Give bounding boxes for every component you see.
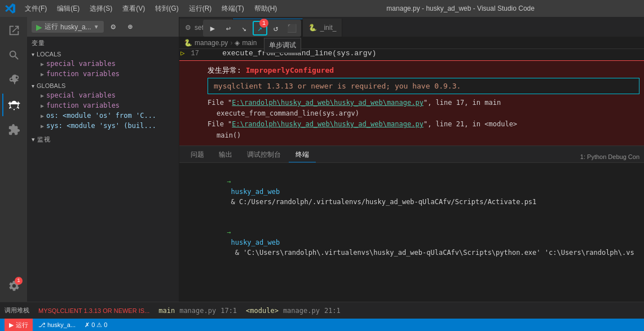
call-stack-bar: 调用堆栈 MYSQLCLIENT 1.3.13 OR NEWER IS... m… — [0, 302, 644, 319]
sidebar-item-label: function variables — [46, 101, 120, 109]
panel-tab-terminal[interactable]: 终端 — [289, 148, 316, 162]
sidebar-globals-group: ▾ Globals ▶ special variables ▶ function… — [27, 81, 179, 131]
run-label: 运行 — [45, 22, 58, 32]
title-bar-left: 文件(F) 编辑(E) 选择(S) 查看(V) 转到(G) 运行(R) 终端(T… — [5, 3, 281, 15]
status-debug[interactable]: ▶ 运行 — [5, 319, 33, 331]
breadcrumb: 🐍 manage.py › ◈ main — [179, 37, 644, 49]
activity-icon-extensions[interactable] — [2, 118, 25, 141]
traceback-line-2: File "E:\randolph\husky_ad_web\husky_ad_… — [208, 120, 517, 128]
arrow-icon: ▶ — [41, 92, 44, 99]
menu-run[interactable]: 运行(R) — [184, 3, 217, 15]
error-title: 发生异常: ImproperlyConfigured — [208, 65, 639, 76]
sidebar-item-os[interactable]: ▶ os: <module 'os' from 'C... — [27, 111, 179, 121]
traceback-line-1: File "E:\randolph\husky_ad_web\husky_ad_… — [208, 99, 501, 107]
menu-file[interactable]: 文件(F) — [20, 3, 51, 15]
settings-btn[interactable]: ⚙ — [106, 20, 121, 34]
git-branch-label: husky_a... — [47, 321, 76, 328]
menu-terminal[interactable]: 终端(T) — [217, 3, 248, 15]
error-message-box: mysqlclient 1.3.13 or newer is required;… — [208, 78, 639, 94]
traceback-link-1[interactable]: E:\randolph\husky_ad_web\husky_ad_web\ma… — [232, 99, 424, 107]
sidebar-item-sys[interactable]: ▶ sys: <module 'sys' (buil... — [27, 121, 179, 131]
breadcrumb-separator: › — [230, 39, 232, 47]
terminal-text-2: husky_ad_web — [227, 239, 280, 246]
menu-goto[interactable]: 转到(G) — [151, 3, 183, 15]
menu-select[interactable]: 选择(S) — [85, 3, 117, 15]
sidebar-locals-group: ▾ Locals ▶ special variables ▶ function … — [27, 50, 179, 79]
debug-step-over-btn[interactable]: ↩ — [221, 21, 236, 36]
sidebar-item-special-vars-globals[interactable]: ▶ special variables — [27, 90, 179, 100]
breadcrumb-icon: 🐍 — [184, 39, 192, 47]
editor-area: ▶ ↩ ↘ ↗ 1 ↺ ⬛ 单步调试 ⚙ settings.py 🐍 manag — [179, 17, 644, 302]
config-label: husky_a... — [60, 23, 91, 31]
settings-badge: 1 — [15, 277, 23, 285]
terminal-rest-2: & 'C:\Users\randolph\.virtualenvs\husky_… — [186, 249, 634, 258]
sidebar-locals-header[interactable]: ▾ Locals — [27, 50, 179, 59]
arrow-icon-1: → — [227, 178, 231, 186]
activity-icon-debug[interactable] — [2, 94, 25, 116]
error-traceback: File "E:\randolph\husky_ad_web\husky_ad_… — [208, 98, 639, 141]
arrow-icon: ▶ — [41, 123, 44, 129]
terminal-line-1: → husky_ad_web & C:/Users/randolph/.virt… — [186, 166, 637, 217]
sidebar-item-function-vars-locals[interactable]: ▶ function variables — [27, 69, 179, 79]
status-git-branch[interactable]: ⎇ husky_a... — [35, 319, 79, 331]
activity-icon-settings[interactable]: 1 — [2, 275, 25, 297]
panel-tab-output[interactable]: 输出 — [212, 148, 239, 162]
debug-continue-btn[interactable]: ▶ — [205, 21, 220, 36]
call-stack-error: MYSQLCLIENT 1.3.13 OR NEWER IS... — [38, 307, 149, 314]
panel-tab-debug-console[interactable]: 调试控制台 — [240, 148, 288, 162]
collapse-icon: ▾ — [32, 83, 34, 89]
arrow-icon: ▶ — [41, 71, 44, 77]
debug-step-out-btn[interactable]: ↗ 1 — [253, 21, 267, 36]
exception-prefix: 发生异常: — [208, 66, 241, 74]
settings-tab-icon: ⚙ — [185, 24, 191, 32]
title-bar: 文件(F) 编辑(E) 选择(S) 查看(V) 转到(G) 运行(R) 终端(T… — [0, 0, 644, 17]
sidebar-item-label: special variables — [46, 91, 116, 99]
call-stack-items: main manage.py 17:1 <module> manage.py 2… — [158, 307, 341, 315]
call-stack-frame-2[interactable]: <module> manage.py 21:1 — [246, 307, 341, 315]
traceback-link-2[interactable]: E:\randolph\husky_ad_web\husky_ad_web\ma… — [232, 120, 424, 128]
tab-init[interactable]: 🐍 _init_ — [303, 19, 343, 37]
code-editor: ▷ 17 execute_from_command_line(sys.argv) — [179, 49, 644, 60]
sidebar-item-special-vars-locals[interactable]: ▶ special variables — [27, 59, 179, 69]
frame-file-1: manage.py — [179, 307, 216, 315]
status-errors[interactable]: ✗ 0 ⚠ 0 — [81, 319, 111, 331]
error-icon: ✗ — [85, 321, 90, 329]
tabs-bar: ▶ ↩ ↘ ↗ 1 ↺ ⬛ 单步调试 ⚙ settings.py 🐍 manag — [179, 17, 644, 37]
activity-icon-source-control[interactable] — [2, 69, 25, 91]
breadcrumb-icon2: ◈ — [235, 39, 240, 47]
terminal-content[interactable]: → husky_ad_web & C:/Users/randolph/.virt… — [179, 163, 644, 258]
call-stack-title: 调用堆栈 — [5, 306, 29, 315]
menu-edit[interactable]: 编辑(E) — [52, 3, 84, 15]
error-display: 发生异常: ImproperlyConfigured mysqlclient 1… — [179, 60, 644, 145]
sidebar-globals-header[interactable]: ▾ Globals — [27, 81, 179, 90]
menu-view[interactable]: 查看(V) — [118, 3, 149, 15]
panel-tabs-left: 问题 输出 调试控制台 终端 — [184, 148, 316, 162]
activity-icon-search[interactable] — [2, 44, 25, 67]
sidebar-watch-header[interactable]: ▾ 监视 — [27, 133, 179, 146]
git-branch-icon: ⎇ — [38, 321, 46, 329]
menu-help[interactable]: 帮助(H) — [250, 3, 282, 15]
debug-stop-btn[interactable]: ⬛ — [284, 21, 299, 36]
error-message: mysqlclient 1.3.13 or newer is required;… — [214, 82, 461, 90]
debug-run-button[interactable]: ▶ 运行 husky_a... ▼ — [32, 21, 104, 33]
step-tooltip: 单步调试 — [269, 41, 296, 49]
frame-line-1: 17:1 — [220, 307, 237, 315]
sidebar-item-label: os: <module 'os' from 'C... — [46, 112, 156, 120]
status-debug-label: 运行 — [16, 321, 28, 329]
activity-icon-explorer[interactable] — [2, 19, 25, 42]
plus-btn[interactable]: ⊕ — [123, 20, 138, 34]
breadcrumb-file[interactable]: manage.py — [195, 39, 228, 47]
frame-line-2: 21:1 — [324, 307, 341, 315]
debug-step-into-btn[interactable]: ↘ — [237, 21, 252, 36]
panel-tab-problems[interactable]: 问题 — [184, 148, 211, 162]
breadcrumb-symbol[interactable]: main — [242, 39, 257, 47]
warning-icon: ⚠ — [96, 321, 102, 329]
call-stack-frame-1[interactable]: main manage.py 17:1 — [158, 307, 237, 315]
sidebar-item-label: function variables — [46, 70, 120, 78]
main-layout: 1 ▶ 运行 husky_a... ▼ ⚙ ⊕ 变量 ▾ Locals ▶ — [0, 17, 644, 302]
sidebar-item-function-vars-globals[interactable]: ▶ function variables — [27, 100, 179, 111]
debug-restart-btn[interactable]: ↺ — [268, 21, 283, 36]
line-number-17: ▷ 17 — [179, 49, 205, 58]
sidebar-variables-header[interactable]: 变量 — [27, 37, 179, 50]
dropdown-icon: ▼ — [94, 24, 99, 30]
